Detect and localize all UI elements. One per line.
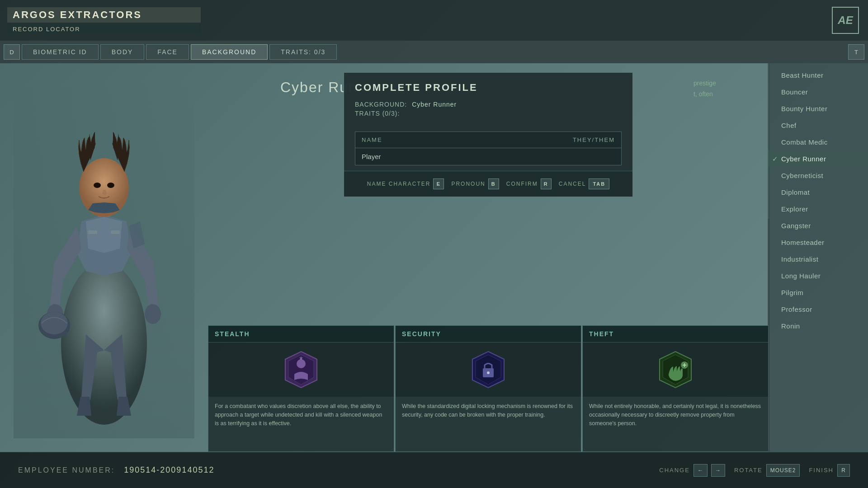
svg-rect-7 bbox=[88, 230, 97, 234]
modal-col-pronoun: THEY/THEM bbox=[573, 136, 615, 143]
nav-tabs: D BIOMETRIC ID BODY FACE BACKGROUND TRAI… bbox=[0, 41, 868, 63]
character-preview bbox=[14, 77, 194, 438]
sidebar-item-homesteader[interactable]: Homesteader bbox=[769, 234, 868, 251]
confirm-label: CONFIRM bbox=[506, 181, 538, 187]
finish-label: FINISH bbox=[809, 467, 834, 474]
finish-action-group: FINISH R bbox=[809, 464, 850, 477]
logo-area: ARGOS EXTRACTORS RECORD LOCATOR bbox=[0, 0, 208, 41]
change-label: CHANGE bbox=[659, 467, 690, 474]
modal-table-header: NAME THEY/THEM bbox=[355, 132, 621, 148]
sidebar-item-ronin[interactable]: Ronin bbox=[769, 318, 868, 334]
bottom-actions: CHANGE ← → ROTATE MOUSE2 FINISH R bbox=[659, 464, 850, 477]
confirm-action: CONFIRM R bbox=[506, 178, 552, 189]
nav-forward-button[interactable]: T bbox=[848, 44, 864, 60]
tab-background[interactable]: BACKGROUND bbox=[191, 44, 268, 60]
name-character-action: NAME CHARACTER E bbox=[367, 178, 444, 189]
sidebar-item-diplomat[interactable]: Diplomat bbox=[769, 184, 868, 201]
rotate-key[interactable]: MOUSE2 bbox=[766, 464, 800, 477]
svg-point-10 bbox=[41, 312, 68, 334]
rotate-action-group: ROTATE MOUSE2 bbox=[734, 464, 800, 477]
modal-overlay: COMPLETE PROFILE BACKGROUND: Cyber Runne… bbox=[208, 63, 769, 452]
sidebar-item-gangster[interactable]: Gangster bbox=[769, 217, 868, 234]
employee-number: 190514-2009140512 bbox=[124, 465, 214, 475]
sidebar-item-industrialist[interactable]: Industrialist bbox=[769, 251, 868, 267]
company-name: ARGOS EXTRACTORS bbox=[7, 7, 201, 23]
sidebar-item-bounty-hunter[interactable]: Bounty Hunter bbox=[769, 100, 868, 117]
sidebar-item-cyberneticist[interactable]: Cyberneticist bbox=[769, 167, 868, 184]
finish-key[interactable]: R bbox=[837, 464, 850, 477]
modal-background-label: BACKGROUND: bbox=[355, 101, 407, 108]
sidebar-item-cyber-runner[interactable]: Cyber Runner bbox=[769, 150, 868, 167]
nav-back-button[interactable]: D bbox=[4, 44, 20, 60]
name-character-label: NAME CHARACTER bbox=[367, 181, 431, 187]
modal-background-line: BACKGROUND: Cyber Runner bbox=[355, 101, 622, 108]
sidebar-item-professor[interactable]: Professor bbox=[769, 301, 868, 318]
svg-point-0 bbox=[61, 262, 147, 425]
modal-player-name: Player bbox=[362, 153, 381, 160]
tab-biometric-id[interactable]: BIOMETRIC ID bbox=[22, 44, 99, 60]
right-sidebar: Beast Hunter Bouncer Bounty Hunter Chef … bbox=[769, 63, 868, 452]
rotate-label: ROTATE bbox=[734, 467, 763, 474]
sidebar-item-chef[interactable]: Chef bbox=[769, 117, 868, 134]
svg-rect-8 bbox=[111, 230, 120, 234]
pronoun-label: PRONOUN bbox=[451, 181, 485, 187]
sidebar-item-pilgrim[interactable]: Pilgrim bbox=[769, 284, 868, 301]
svg-point-5 bbox=[94, 183, 101, 188]
employee-label: EMPLOYEE NUMBER: bbox=[18, 466, 115, 474]
tab-face[interactable]: FACE bbox=[146, 44, 189, 60]
character-svg bbox=[18, 81, 190, 434]
pronoun-action: PRONOUN B bbox=[451, 178, 499, 189]
modal-title: COMPLETE PROFILE bbox=[344, 73, 632, 101]
modal-traits-line: TRAITS (0/3): bbox=[355, 110, 622, 117]
svg-point-6 bbox=[107, 183, 114, 188]
pronoun-key[interactable]: B bbox=[488, 178, 499, 189]
name-character-key[interactable]: E bbox=[433, 178, 444, 189]
cancel-action: CANCEL TAB bbox=[559, 178, 609, 189]
svg-point-2 bbox=[145, 304, 161, 324]
bottom-bar: EMPLOYEE NUMBER: 190514-2009140512 CHANG… bbox=[0, 452, 868, 488]
top-bar: ARGOS EXTRACTORS RECORD LOCATOR AE bbox=[0, 0, 868, 41]
sidebar-item-bouncer[interactable]: Bouncer bbox=[769, 84, 868, 100]
modal-background-value: Cyber Runner bbox=[412, 101, 457, 108]
tab-traits[interactable]: TRAITS: 0/3 bbox=[269, 44, 337, 60]
character-area bbox=[0, 63, 208, 452]
change-key-right[interactable]: → bbox=[711, 464, 725, 477]
modal-col-name: NAME bbox=[362, 136, 382, 143]
sidebar-item-beast-hunter[interactable]: Beast Hunter bbox=[769, 67, 868, 84]
nav-forward-label: T bbox=[854, 49, 858, 56]
sidebar-item-combat-medic[interactable]: Combat Medic bbox=[769, 134, 868, 150]
cancel-label: CANCEL bbox=[559, 181, 586, 187]
sidebar-item-explorer[interactable]: Explorer bbox=[769, 201, 868, 217]
modal-table: NAME THEY/THEM Player bbox=[355, 131, 622, 165]
modal-info: BACKGROUND: Cyber Runner TRAITS (0/3): bbox=[344, 101, 632, 126]
cancel-key[interactable]: TAB bbox=[589, 178, 609, 189]
modal-table-row: Player bbox=[355, 148, 621, 165]
complete-profile-modal: COMPLETE PROFILE BACKGROUND: Cyber Runne… bbox=[344, 72, 633, 197]
confirm-key[interactable]: R bbox=[541, 178, 552, 189]
nav-back-label: D bbox=[9, 49, 14, 56]
tab-body[interactable]: BODY bbox=[100, 44, 145, 60]
sidebar-item-long-hauler[interactable]: Long Hauler bbox=[769, 267, 868, 284]
modal-footer: NAME CHARACTER E PRONOUN B CONFIRM R CAN… bbox=[344, 171, 632, 197]
employee-section: EMPLOYEE NUMBER: 190514-2009140512 bbox=[18, 465, 214, 475]
record-locator: RECORD LOCATOR bbox=[7, 24, 201, 34]
change-key-left[interactable]: ← bbox=[693, 464, 708, 477]
change-action-group: CHANGE ← → bbox=[659, 464, 725, 477]
ae-logo-icon: AE bbox=[832, 7, 859, 34]
